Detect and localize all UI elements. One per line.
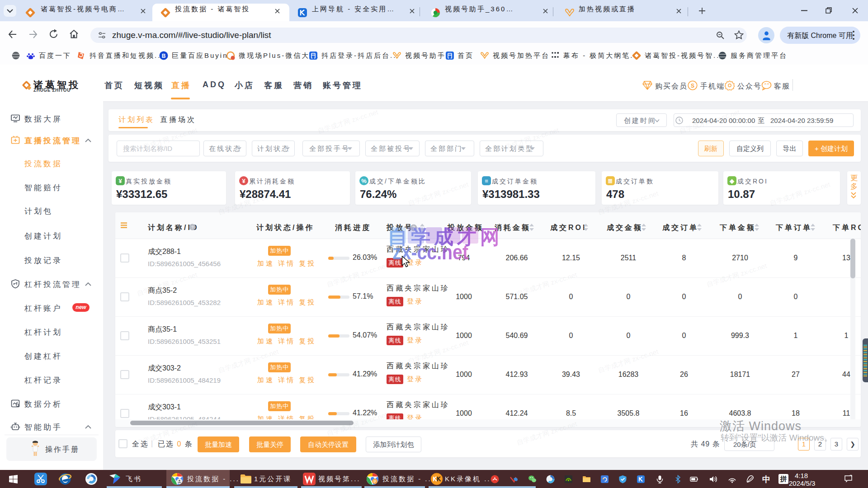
svg-text:B: B <box>162 53 166 59</box>
svg-text:S: S <box>691 83 694 89</box>
svg-text:?: ? <box>191 225 193 230</box>
svg-text:?: ? <box>412 225 415 230</box>
